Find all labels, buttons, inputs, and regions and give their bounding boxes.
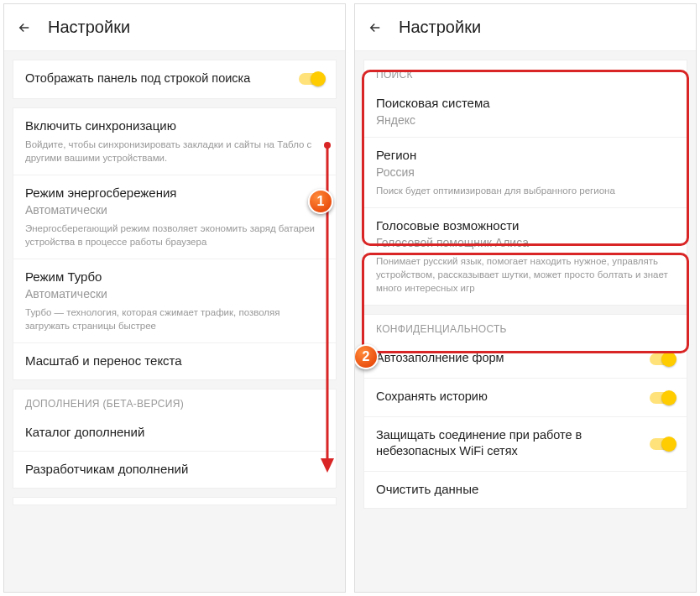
item-value: Голосовой помощник Алиса (376, 236, 675, 249)
screen-left: Настройки Отображать панель под строкой … (3, 3, 346, 593)
item-label: Каталог дополнений (25, 425, 324, 439)
item-desc: Энергосберегающий режим позволяет эконом… (25, 222, 324, 248)
item-desc: Поиск будет оптимизирован для выбранного… (376, 184, 675, 197)
item-label: Режим энергосбережения (25, 186, 324, 200)
item-value: Автоматически (25, 203, 324, 217)
item-label: Очистить данные (376, 482, 675, 496)
section-header-addons: ДОПОЛНЕНИЯ (БЕТА-ВЕРСИЯ) (13, 389, 336, 415)
item-label: Сохранять историю (376, 389, 650, 405)
search-engine-item[interactable]: Поисковая система Яндекс (364, 86, 687, 137)
item-label: Автозаполнение форм (376, 350, 650, 366)
turbo-item[interactable]: Режим Турбо Автоматически Турбо — технол… (13, 259, 336, 342)
energy-item[interactable]: Режим энергосбережения Автоматически Эне… (13, 175, 336, 259)
header: Настройки (4, 4, 345, 51)
item-label: Разработчикам дополнений (25, 462, 324, 476)
voice-item[interactable]: Голосовые возможности Голосовой помощник… (364, 207, 687, 305)
page-title: Настройки (48, 18, 130, 37)
wifi-protect-item[interactable]: Защищать соединение при работе в небезоп… (364, 416, 687, 471)
clear-data-item[interactable]: Очистить данные (364, 471, 687, 508)
autofill-item[interactable]: Автозаполнение форм (364, 340, 687, 378)
item-value: Россия (376, 165, 675, 179)
back-icon[interactable] (367, 19, 384, 36)
toggle-switch-icon[interactable] (650, 392, 675, 404)
item-desc: Турбо — технология, которая сжимает траф… (25, 306, 324, 332)
toggle-switch-icon[interactable] (650, 438, 675, 450)
scale-item[interactable]: Масштаб и перенос текста (13, 342, 336, 379)
history-item[interactable]: Сохранять историю (364, 378, 687, 416)
item-desc: Понимает русский язык, помогает находить… (376, 254, 675, 295)
item-desc: Войдите, чтобы синхронизировать закладки… (25, 138, 324, 165)
screen-right: Настройки ПОИСК Поисковая система Яндекс… (354, 3, 697, 593)
section-header-search: ПОИСК (364, 60, 687, 86)
toggle-switch-icon[interactable] (299, 73, 324, 85)
panel-toggle-item[interactable]: Отображать панель под строкой поиска (13, 60, 336, 98)
toggle-switch-icon[interactable] (650, 353, 675, 365)
settings-list: Отображать панель под строкой поиска Вкл… (4, 51, 345, 592)
back-icon[interactable] (16, 19, 33, 36)
page-title: Настройки (399, 18, 481, 37)
item-label: Режим Турбо (25, 269, 324, 284)
header: Настройки (355, 4, 696, 51)
item-label: Регион (376, 148, 675, 162)
settings-list: ПОИСК Поисковая система Яндекс Регион Ро… (355, 51, 696, 592)
item-value: Яндекс (376, 113, 675, 127)
item-label: Защищать соединение при работе в небезоп… (376, 427, 650, 459)
section-header-privacy: КОНФИДЕНЦИАЛЬНОСТЬ (364, 315, 687, 340)
devs-item[interactable]: Разработчикам дополнений (13, 451, 336, 488)
item-label: Поисковая система (376, 96, 675, 110)
sync-item[interactable]: Включить синхронизацию Войдите, чтобы си… (13, 108, 336, 175)
item-value: Автоматически (25, 287, 324, 301)
item-label: Отображать панель под строкой поиска (25, 71, 299, 86)
region-item[interactable]: Регион Россия Поиск будет оптимизирован … (364, 137, 687, 207)
item-label: Голосовые возможности (376, 218, 675, 233)
item-label: Масштаб и перенос текста (25, 353, 324, 368)
item-label: Включить синхронизацию (25, 118, 324, 133)
catalog-item[interactable]: Каталог дополнений (13, 415, 336, 451)
